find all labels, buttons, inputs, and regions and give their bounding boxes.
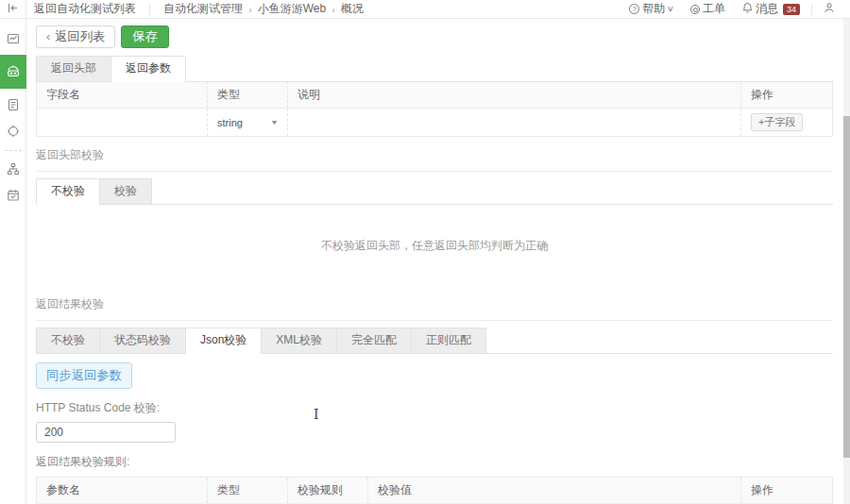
section-title-result-check: 返回结果校验 [36,296,833,321]
table-header-row: 字段名 类型 说明 操作 [37,82,832,109]
type-select-cell: string ▼ [207,109,287,136]
http-status-input[interactable] [36,422,176,443]
return-params-table: 字段名 类型 说明 操作 string ▼ +子字段 [36,82,833,137]
section-title-header-check: 返回头部校验 [36,147,833,172]
add-child-field-button[interactable]: +子字段 [751,113,803,131]
table-header-row: 参数名 类型 校验规则 校验值 操作 [37,478,832,504]
result-rules-label: 返回结果校验规则: [36,454,833,470]
sidebar-divider [5,150,22,151]
robot-icon [6,64,21,79]
tab-check[interactable]: 校验 [100,178,152,204]
col-type: 类型 [207,82,287,108]
ticket-menu[interactable]: 工单 [685,1,731,17]
back-button-label: 返回列表 [55,28,105,45]
top-header-bar: 返回自动化测试列表 自动化测试管理 › 小鱼游游Web › 概况 ? 帮助 ∨ … [26,0,850,19]
tab-return-header[interactable]: 返回头部 [36,56,111,81]
http-status-label: HTTP Status Code 校验: [36,400,833,416]
save-button[interactable]: 保存 [121,25,169,48]
text-cursor: I [314,407,319,422]
calendar-check-icon [7,189,20,202]
breadcrumb-item[interactable]: 自动化测试管理 [163,1,243,17]
help-menu[interactable]: ? 帮助 ∨ [623,1,679,17]
table-row: string ▼ +子字段 [37,109,832,136]
globe-icon [7,125,20,138]
scrollbar-thumb[interactable] [843,116,850,458]
tab-full-match[interactable]: 完全匹配 [337,328,412,353]
tab-status-code[interactable]: 状态码校验 [100,328,186,353]
tab-regex-match[interactable]: 正则匹配 [412,328,486,353]
sitemap-icon [7,162,20,176]
message-label: 消息 [756,1,778,17]
tab-no-check[interactable]: 不校验 [36,178,100,205]
tab-no-validate[interactable]: 不校验 [36,328,100,353]
col-rule: 校验规则 [287,478,367,503]
type-select-value: string [217,117,243,128]
message-count-badge: 34 [783,4,800,15]
tab-return-params[interactable]: 返回参数 [111,56,186,82]
col-type: 类型 [207,478,287,503]
left-sidebar [0,0,26,504]
toolbar: ‹ 返回列表 保存 [36,19,833,53]
sidebar-item-global[interactable] [0,119,26,143]
ticket-icon [690,5,700,14]
tab-xml-validate[interactable]: XML校验 [262,328,337,353]
breadcrumb-item[interactable]: 概况 [341,1,364,17]
col-description: 说明 [287,82,740,108]
breadcrumb-separator: › [248,4,252,15]
sidebar-item-topology[interactable] [0,157,26,181]
help-icon: ? [629,4,639,14]
header-check-empty-message: 不校验返回头部，任意返回头部均判断为正确 [36,205,833,286]
main-content: ‹ 返回列表 保存 返回头部 返回参数 字段名 类型 说明 操作 string [26,19,842,504]
action-cell: +子字段 [740,109,832,136]
type-select[interactable]: string ▼ [217,117,278,128]
document-icon [7,98,20,111]
bell-icon [742,2,753,16]
back-to-list-link[interactable]: 返回自动化测试列表 [26,1,149,17]
col-field-name: 字段名 [37,82,207,108]
collapse-left-icon [7,2,19,17]
sidebar-collapse-button[interactable] [0,0,26,19]
chevron-down-icon: ∨ [667,5,674,13]
description-cell[interactable] [287,109,740,136]
chevron-left-icon: ‹ [46,30,50,43]
dropdown-caret-icon: ▼ [270,119,279,126]
col-param-name: 参数名 [37,478,207,503]
sync-return-params-button[interactable]: 同步返回参数 [36,362,132,389]
chart-monitor-icon [7,32,20,45]
page: 返回自动化测试列表 自动化测试管理 › 小鱼游游Web › 概况 ? 帮助 ∨ … [0,0,850,504]
col-value: 校验值 [367,478,740,503]
return-tabs: 返回头部 返回参数 [36,56,833,82]
breadcrumb-item[interactable]: 小鱼游游Web [258,1,326,17]
message-menu[interactable]: 消息 34 [737,1,806,17]
field-name-cell[interactable] [37,109,207,136]
vertical-scrollbar[interactable] [843,19,850,504]
header-check-tabs: 不校验 校验 [36,178,833,205]
result-check-tabs: 不校验 状态码校验 Json校验 XML校验 完全匹配 正则匹配 [36,328,833,354]
user-icon [824,2,835,16]
ticket-label: 工单 [703,1,725,17]
help-label: 帮助 [642,1,665,17]
validation-rules-table: 参数名 类型 校验规则 校验值 操作 statusCode string ▼ 无 [36,477,833,504]
sidebar-item-reports[interactable] [0,92,26,117]
sidebar-item-automation[interactable] [0,55,26,89]
sidebar-item-dashboard[interactable] [0,26,26,51]
header-divider [811,4,812,15]
sidebar-item-plan[interactable] [0,183,26,208]
back-to-list-button[interactable]: ‹ 返回列表 [36,25,115,48]
user-menu[interactable] [818,2,841,16]
col-action: 操作 [740,478,832,503]
tab-json-validate[interactable]: Json校验 [186,328,262,354]
breadcrumb: 自动化测试管理 › 小鱼游游Web › 概况 [150,1,364,17]
breadcrumb-separator: › [332,4,335,15]
col-action: 操作 [740,82,832,108]
